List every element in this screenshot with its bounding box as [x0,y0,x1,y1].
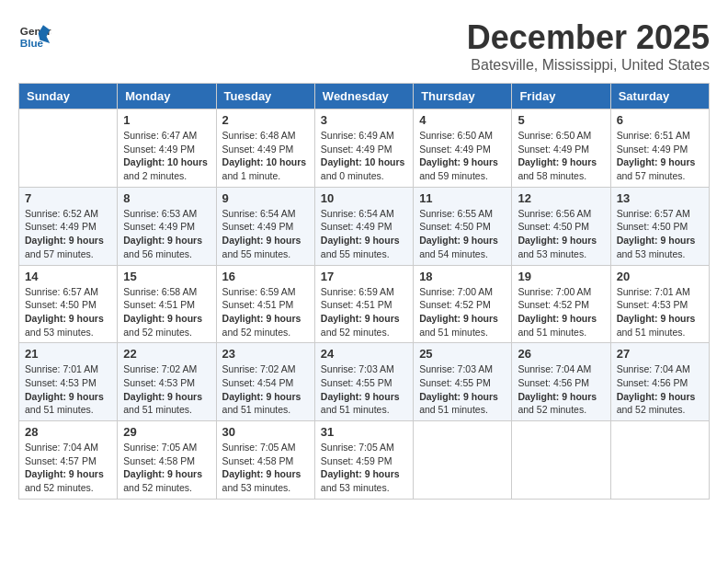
calendar-day-cell: 4Sunrise: 6:50 AMSunset: 4:49 PMDaylight… [414,109,512,188]
calendar-week-row: 21Sunrise: 7:01 AMSunset: 4:53 PMDayligh… [19,343,710,421]
calendar-day-cell: 23Sunrise: 7:02 AMSunset: 4:54 PMDayligh… [216,343,314,421]
logo: General Blue [18,18,55,52]
day-number: 1 [123,113,210,127]
day-number: 4 [419,113,506,127]
day-info: Sunrise: 6:59 AMSunset: 4:51 PMDaylight:… [321,285,407,339]
calendar-header-row: SundayMondayTuesdayWednesdayThursdayFrid… [19,84,710,109]
day-info: Sunrise: 6:50 AMSunset: 4:49 PMDaylight:… [518,129,604,183]
day-info: Sunrise: 7:01 AMSunset: 4:53 PMDaylight:… [25,362,111,417]
calendar-day-header: Wednesday [314,84,413,109]
day-info: Sunrise: 6:53 AMSunset: 4:49 PMDaylight:… [123,207,210,261]
day-number: 20 [617,270,703,283]
day-number: 22 [123,347,210,361]
calendar-day-cell: 5Sunrise: 6:50 AMSunset: 4:49 PMDaylight… [512,109,610,188]
day-number: 21 [25,347,111,361]
day-number: 24 [321,347,407,361]
calendar-day-header: Saturday [610,84,709,109]
day-number: 15 [123,270,210,283]
calendar-day-cell: 24Sunrise: 7:03 AMSunset: 4:55 PMDayligh… [314,343,413,421]
day-info: Sunrise: 6:48 AMSunset: 4:49 PMDaylight:… [222,129,309,183]
day-number: 23 [222,347,309,361]
day-number: 31 [321,425,407,439]
calendar-day-cell: 31Sunrise: 7:05 AMSunset: 4:59 PMDayligh… [314,421,413,500]
day-number: 11 [419,191,506,205]
location: Batesville, Mississippi, United States [467,57,710,74]
day-info: Sunrise: 6:49 AMSunset: 4:49 PMDaylight:… [321,129,407,183]
day-number: 25 [419,347,506,361]
day-number: 14 [25,270,111,283]
day-number: 28 [25,425,111,439]
day-info: Sunrise: 7:02 AMSunset: 4:53 PMDaylight:… [123,362,210,417]
day-info: Sunrise: 6:57 AMSunset: 4:50 PMDaylight:… [617,207,703,261]
day-number: 29 [123,425,210,439]
calendar-day-cell [610,421,709,500]
logo-icon: General Blue [18,18,51,52]
day-number: 2 [222,113,309,127]
day-info: Sunrise: 6:54 AMSunset: 4:49 PMDaylight:… [321,207,407,261]
day-info: Sunrise: 7:05 AMSunset: 4:58 PMDaylight:… [123,441,210,495]
calendar-day-cell [19,109,118,188]
day-number: 30 [222,425,309,439]
day-info: Sunrise: 6:54 AMSunset: 4:49 PMDaylight:… [222,207,309,261]
calendar-day-cell: 14Sunrise: 6:57 AMSunset: 4:50 PMDayligh… [19,265,118,343]
day-number: 9 [222,191,309,205]
day-number: 17 [321,270,407,283]
page-header: General Blue December 2025 Batesville, M… [18,18,710,74]
day-info: Sunrise: 6:57 AMSunset: 4:50 PMDaylight:… [25,285,111,339]
day-info: Sunrise: 6:47 AMSunset: 4:49 PMDaylight:… [123,129,210,183]
day-info: Sunrise: 6:56 AMSunset: 4:50 PMDaylight:… [518,207,604,261]
calendar-day-cell: 1Sunrise: 6:47 AMSunset: 4:49 PMDaylight… [118,109,216,188]
calendar-day-cell: 29Sunrise: 7:05 AMSunset: 4:58 PMDayligh… [118,421,216,500]
day-info: Sunrise: 7:03 AMSunset: 4:55 PMDaylight:… [321,362,407,417]
title-block: December 2025 Batesville, Mississippi, U… [467,18,710,74]
day-info: Sunrise: 7:04 AMSunset: 4:56 PMDaylight:… [518,362,604,417]
calendar-day-cell: 27Sunrise: 7:04 AMSunset: 4:56 PMDayligh… [610,343,709,421]
calendar-day-cell: 19Sunrise: 7:00 AMSunset: 4:52 PMDayligh… [512,265,610,343]
day-number: 8 [123,191,210,205]
calendar-week-row: 1Sunrise: 6:47 AMSunset: 4:49 PMDaylight… [19,109,710,188]
calendar-day-cell: 22Sunrise: 7:02 AMSunset: 4:53 PMDayligh… [118,343,216,421]
day-info: Sunrise: 6:51 AMSunset: 4:49 PMDaylight:… [617,129,703,183]
calendar-day-header: Sunday [19,84,118,109]
calendar-day-cell: 8Sunrise: 6:53 AMSunset: 4:49 PMDaylight… [118,187,216,265]
calendar-day-cell: 6Sunrise: 6:51 AMSunset: 4:49 PMDaylight… [610,109,709,188]
calendar-day-cell: 11Sunrise: 6:55 AMSunset: 4:50 PMDayligh… [414,187,512,265]
day-info: Sunrise: 7:05 AMSunset: 4:59 PMDaylight:… [321,441,407,495]
calendar-day-cell [512,421,610,500]
day-info: Sunrise: 6:55 AMSunset: 4:50 PMDaylight:… [419,207,506,261]
day-number: 7 [25,191,111,205]
day-info: Sunrise: 7:04 AMSunset: 4:57 PMDaylight:… [25,441,111,495]
month-title: December 2025 [467,18,710,57]
day-info: Sunrise: 7:01 AMSunset: 4:53 PMDaylight:… [617,285,703,339]
day-info: Sunrise: 7:02 AMSunset: 4:54 PMDaylight:… [222,362,309,417]
calendar-week-row: 28Sunrise: 7:04 AMSunset: 4:57 PMDayligh… [19,421,710,500]
calendar-day-cell: 20Sunrise: 7:01 AMSunset: 4:53 PMDayligh… [610,265,709,343]
calendar-week-row: 14Sunrise: 6:57 AMSunset: 4:50 PMDayligh… [19,265,710,343]
day-info: Sunrise: 7:00 AMSunset: 4:52 PMDaylight:… [419,285,506,339]
calendar-day-cell: 17Sunrise: 6:59 AMSunset: 4:51 PMDayligh… [314,265,413,343]
day-number: 26 [518,347,604,361]
calendar-day-cell: 3Sunrise: 6:49 AMSunset: 4:49 PMDaylight… [314,109,413,188]
calendar-day-header: Thursday [414,84,512,109]
calendar-day-cell: 15Sunrise: 6:58 AMSunset: 4:51 PMDayligh… [118,265,216,343]
calendar-day-cell: 28Sunrise: 7:04 AMSunset: 4:57 PMDayligh… [19,421,118,500]
day-number: 3 [321,113,407,127]
calendar-day-header: Monday [118,84,216,109]
day-info: Sunrise: 6:52 AMSunset: 4:49 PMDaylight:… [25,207,111,261]
day-number: 19 [518,270,604,283]
calendar-table: SundayMondayTuesdayWednesdayThursdayFrid… [18,83,710,500]
calendar-day-cell: 12Sunrise: 6:56 AMSunset: 4:50 PMDayligh… [512,187,610,265]
calendar-day-cell: 30Sunrise: 7:05 AMSunset: 4:58 PMDayligh… [216,421,314,500]
day-info: Sunrise: 7:00 AMSunset: 4:52 PMDaylight:… [518,285,604,339]
calendar-day-cell: 7Sunrise: 6:52 AMSunset: 4:49 PMDaylight… [19,187,118,265]
calendar-day-cell: 2Sunrise: 6:48 AMSunset: 4:49 PMDaylight… [216,109,314,188]
day-info: Sunrise: 7:04 AMSunset: 4:56 PMDaylight:… [617,362,703,417]
calendar-day-header: Friday [512,84,610,109]
calendar-day-cell: 9Sunrise: 6:54 AMSunset: 4:49 PMDaylight… [216,187,314,265]
calendar-day-cell: 25Sunrise: 7:03 AMSunset: 4:55 PMDayligh… [414,343,512,421]
calendar-week-row: 7Sunrise: 6:52 AMSunset: 4:49 PMDaylight… [19,187,710,265]
day-info: Sunrise: 7:05 AMSunset: 4:58 PMDaylight:… [222,441,309,495]
calendar-day-cell: 10Sunrise: 6:54 AMSunset: 4:49 PMDayligh… [314,187,413,265]
day-number: 12 [518,191,604,205]
day-info: Sunrise: 6:50 AMSunset: 4:49 PMDaylight:… [419,129,506,183]
